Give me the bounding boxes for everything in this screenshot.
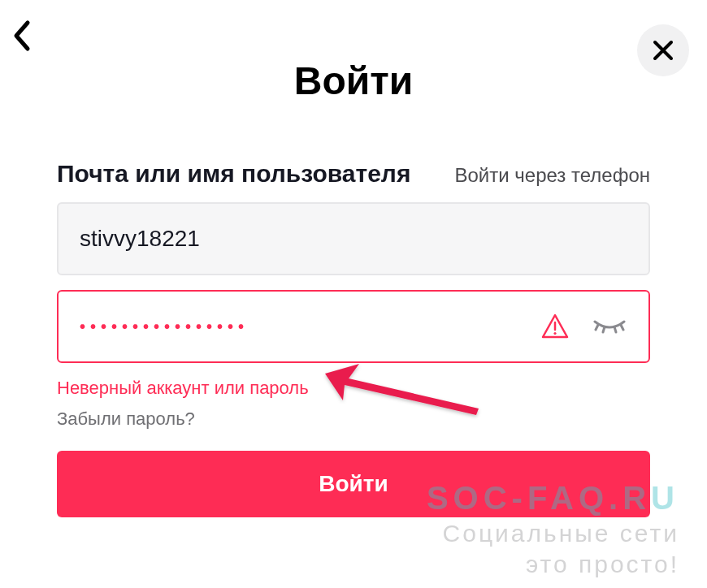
login-form: Почта или имя пользователя Войти через т… — [57, 160, 650, 517]
watermark-line3: это просто! — [427, 551, 679, 578]
forgot-password-link[interactable]: Забыли пароль? — [57, 409, 650, 430]
eye-closed-icon[interactable] — [592, 317, 627, 336]
svg-line-4 — [614, 327, 616, 333]
phone-login-link[interactable]: Войти через телефон — [455, 164, 651, 187]
svg-line-2 — [596, 325, 598, 330]
username-label: Почта или имя пользователя — [57, 160, 410, 188]
back-button[interactable] — [5, 19, 37, 52]
svg-point-1 — [553, 332, 556, 335]
close-button[interactable] — [637, 24, 689, 76]
chevron-left-icon — [11, 19, 31, 52]
error-message: Неверный аккаунт или пароль — [57, 378, 650, 399]
close-icon — [652, 39, 674, 62]
username-input[interactable]: stivvy18221 — [80, 226, 627, 252]
page-title: Войти — [0, 58, 707, 103]
label-row: Почта или имя пользователя Войти через т… — [57, 160, 650, 188]
login-button[interactable]: Войти — [57, 451, 650, 517]
username-input-box[interactable]: stivvy18221 — [57, 202, 650, 275]
svg-line-5 — [621, 325, 623, 330]
svg-line-3 — [603, 327, 605, 333]
watermark-line2: Социальные сети — [427, 520, 679, 547]
password-icons — [541, 313, 627, 340]
warning-icon — [541, 313, 569, 340]
password-input[interactable]: •••••••••••••••• — [80, 318, 541, 336]
password-input-box[interactable]: •••••••••••••••• — [57, 290, 650, 363]
